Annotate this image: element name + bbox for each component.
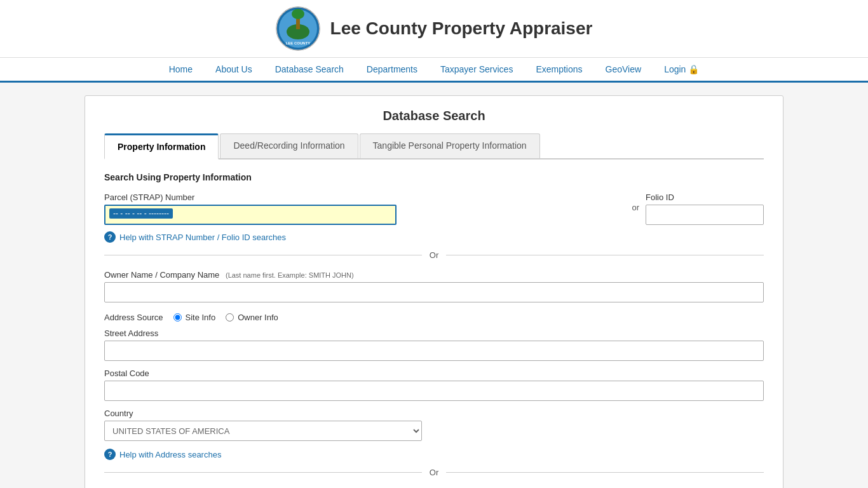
main-nav: Home About Us Database Search Department… — [0, 58, 868, 83]
tab-tangible-info[interactable]: Tangible Personal Property Information — [360, 133, 540, 158]
nav-departments[interactable]: Departments — [355, 58, 429, 81]
site-header: LEE COUNTY Lee County Property Appraiser — [0, 0, 868, 58]
main-wrapper: Database Search Property Information Dee… — [0, 83, 868, 488]
street-input[interactable] — [104, 341, 764, 361]
or-divider-1-text: Or — [430, 250, 438, 260]
help-strap-icon: ? — [104, 231, 116, 243]
address-source-group: Address Source Site Info Owner Info — [104, 313, 764, 322]
owner-label-text: Owner Name / Company Name — [104, 270, 219, 280]
folio-input[interactable] — [646, 205, 764, 225]
owner-label: Owner Name / Company Name (Last name fir… — [104, 270, 764, 280]
country-select[interactable]: UNITED STATES OF AMERICA — [104, 421, 422, 441]
divider-or-2: Or — [104, 468, 764, 477]
owner-hint: (Last name first. Example: SMITH JOHN) — [226, 271, 354, 279]
content-box: Database Search Property Information Dee… — [85, 95, 783, 488]
site-info-radio[interactable] — [173, 313, 182, 322]
section-title: Search Using Property Information — [104, 172, 764, 182]
country-group: Country UNITED STATES OF AMERICA — [104, 409, 764, 441]
postal-label: Postal Code — [104, 369, 764, 378]
site-info-label: Site Info — [186, 313, 216, 322]
help-strap-text: Help with STRAP Number / Folio ID search… — [119, 233, 286, 242]
parcel-label: Parcel (STRAP) Number — [104, 193, 619, 202]
postal-input[interactable] — [104, 381, 764, 401]
form-section: Search Using Property Information Parcel… — [104, 172, 764, 488]
parcel-input[interactable] — [104, 205, 397, 225]
folio-field-group: Folio ID — [646, 193, 764, 225]
parcel-group: Parcel (STRAP) Number -- - -- - -- - ---… — [104, 193, 619, 225]
owner-info-radio[interactable] — [226, 313, 234, 322]
help-strap-link[interactable]: ? Help with STRAP Number / Folio ID sear… — [104, 231, 764, 243]
nav-home[interactable]: Home — [158, 58, 204, 81]
country-label: Country — [104, 409, 764, 418]
street-group: Street Address — [104, 329, 764, 361]
site-title: Lee County Property Appraiser — [330, 18, 593, 39]
owner-group: Owner Name / Company Name (Last name fir… — [104, 270, 764, 302]
nav-geoview[interactable]: GeoView — [594, 58, 653, 81]
help-address-link[interactable]: ? Help with Address searches — [104, 449, 764, 460]
nav-taxpayer-services[interactable]: Taxpayer Services — [429, 58, 524, 81]
address-source-label: Address Source — [104, 313, 163, 322]
svg-text:LEE COUNTY: LEE COUNTY — [285, 41, 310, 45]
help-address-icon: ? — [104, 449, 116, 460]
or-text: or — [632, 203, 639, 212]
nav-login[interactable]: Login 🔒 — [653, 58, 710, 81]
site-info-radio-group: Site Info — [173, 313, 216, 322]
nav-exemptions[interactable]: Exemptions — [524, 58, 593, 81]
nav-database-search[interactable]: Database Search — [264, 58, 355, 81]
owner-input[interactable] — [104, 282, 764, 302]
page-title: Database Search — [104, 109, 764, 123]
postal-group: Postal Code — [104, 369, 764, 401]
svg-point-4 — [292, 9, 304, 19]
nav-about-us[interactable]: About Us — [204, 58, 264, 81]
owner-info-label: Owner Info — [238, 313, 278, 322]
tab-bar: Property Information Deed/Recording Info… — [104, 133, 764, 159]
site-logo: LEE COUNTY — [276, 6, 320, 51]
divider-or-1: Or — [104, 250, 764, 260]
or-divider-2-text: Or — [430, 468, 438, 477]
parcel-folio-row: Parcel (STRAP) Number -- - -- - -- - ---… — [104, 193, 764, 225]
tab-deed-info[interactable]: Deed/Recording Information — [220, 133, 358, 158]
owner-info-radio-group: Owner Info — [226, 313, 278, 322]
folio-label: Folio ID — [646, 193, 764, 202]
tab-property-info[interactable]: Property Information — [104, 133, 219, 159]
street-label: Street Address — [104, 329, 764, 338]
help-address-text: Help with Address searches — [119, 450, 221, 459]
folio-group: or Folio ID — [632, 193, 764, 225]
